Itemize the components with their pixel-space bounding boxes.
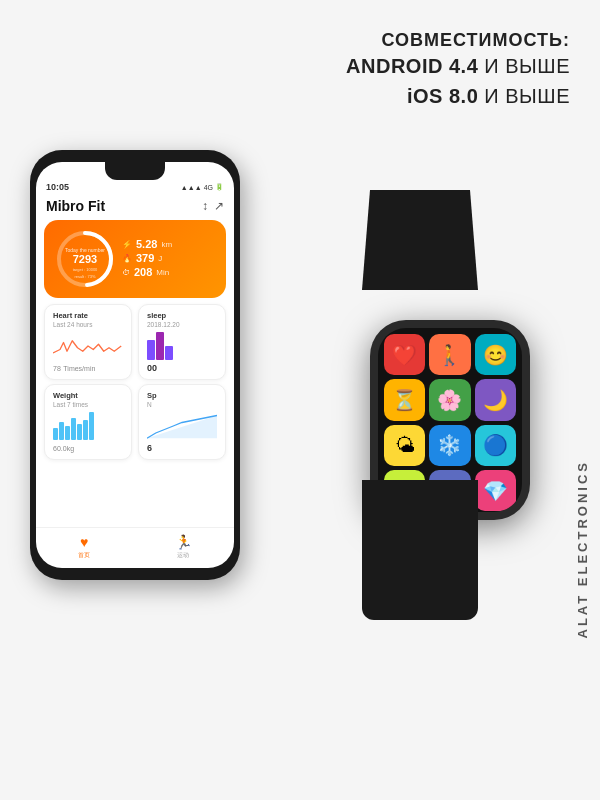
android-version: ANDROID 4.4 xyxy=(346,55,478,77)
weight-unit: kg xyxy=(67,445,74,452)
stats-right: ⚡ 5.28 km 🔥 379 J ⏱ 208 Min xyxy=(122,238,216,280)
watch-app-flower: 🌸 xyxy=(429,379,470,420)
compat-ios: iOS 8.0 И ВЫШЕ xyxy=(346,81,570,111)
calories-value: 379 xyxy=(136,252,154,264)
calories-icon: 🔥 xyxy=(122,254,132,263)
distance-row: ⚡ 5.28 km xyxy=(122,238,216,250)
minutes-unit: Min xyxy=(156,268,169,277)
ios-suffix: И ВЫШЕ xyxy=(484,85,570,107)
phone-mockup: 10:05 ▲▲▲ 4G 🔋 Mibro Fit ↕ ↗ xyxy=(30,150,240,580)
app-header: Mibro Fit ↕ ↗ xyxy=(36,196,234,220)
watch-app-sun: 🌤 xyxy=(384,425,425,466)
brand-label: ALAT ELECTRONICS xyxy=(575,460,590,638)
watch-app-gem: 💎 xyxy=(475,470,516,511)
weight-value: 60.0kg xyxy=(53,443,123,453)
heart-rate-value: 78 Times/min xyxy=(53,363,123,373)
nav-home[interactable]: ♥ 首页 xyxy=(78,534,90,560)
android-suffix: И ВЫШЕ xyxy=(484,55,570,77)
stats-card: Today the number 7293 target : 10000 res… xyxy=(44,220,226,298)
network-type: 4G xyxy=(204,184,213,191)
watch-app-heart: ❤️ xyxy=(384,334,425,375)
speed-sublabel: N xyxy=(147,401,217,408)
metrics-row-2: Weight Last 7 times 60.0kg xyxy=(44,384,226,460)
ios-version: iOS 8.0 xyxy=(407,85,478,107)
heart-rate-svg xyxy=(53,332,123,360)
minutes-row: ⏱ 208 Min xyxy=(122,266,216,278)
distance-unit: km xyxy=(161,240,172,249)
weight-chart xyxy=(53,412,123,440)
nav-activity-icon: 🏃 xyxy=(175,534,192,550)
steps-circle-svg: Today the number 7293 target : 10000 res… xyxy=(54,228,116,290)
watch-app-circle: 🔵 xyxy=(475,425,516,466)
compat-android: ANDROID 4.4 И ВЫШЕ xyxy=(346,51,570,81)
svg-text:target : 10000: target : 10000 xyxy=(73,267,98,272)
battery-icon: 🔋 xyxy=(215,183,224,191)
heart-rate-unit: Times/min xyxy=(63,365,95,372)
minutes-icon: ⏱ xyxy=(122,268,130,277)
compatibility-section: СОВМЕСТИМОСТЬ: ANDROID 4.4 И ВЫШЕ iOS 8.… xyxy=(346,30,570,111)
metrics-row-1: Heart rate Last 24 hours 78 Times/min xyxy=(44,304,226,380)
watch-app-snowflake: ❄️ xyxy=(429,425,470,466)
nav-activity[interactable]: 🏃 运动 xyxy=(175,534,192,560)
watch-app-run: 🚶 xyxy=(429,334,470,375)
heart-rate-sublabel: Last 24 hours xyxy=(53,321,123,328)
nav-activity-label: 运动 xyxy=(177,551,189,560)
sleep-sublabel: 2018.12.20 xyxy=(147,321,217,328)
watch-app-smile: 😊 xyxy=(475,334,516,375)
speed-chart xyxy=(147,412,217,440)
watch-strap-bottom xyxy=(362,480,478,620)
status-icons: ▲▲▲ 4G 🔋 xyxy=(181,183,224,191)
distance-icon: ⚡ xyxy=(122,240,132,249)
compat-title: СОВМЕСТИМОСТЬ: xyxy=(346,30,570,51)
distance-value: 5.28 xyxy=(136,238,157,250)
calories-row: 🔥 379 J xyxy=(122,252,216,264)
sleep-chart xyxy=(147,332,217,360)
heart-rate-chart xyxy=(53,332,123,360)
app-title: Mibro Fit xyxy=(46,198,105,214)
sleep-card: sleep 2018.12.20 00 xyxy=(138,304,226,380)
nav-home-label: 首页 xyxy=(78,551,90,560)
speed-label: Sp xyxy=(147,391,217,400)
weight-sublabel: Last 7 times xyxy=(53,401,123,408)
sleep-value: 00 xyxy=(147,363,217,373)
speed-card: Sp N 6 xyxy=(138,384,226,460)
sort-icon: ↕ xyxy=(202,199,208,213)
watch-app-hourglass: ⏳ xyxy=(384,379,425,420)
watch-app-moon: 🌙 xyxy=(475,379,516,420)
phone-screen: 10:05 ▲▲▲ 4G 🔋 Mibro Fit ↕ ↗ xyxy=(36,162,234,568)
weight-label: Weight xyxy=(53,391,123,400)
svg-marker-6 xyxy=(147,416,217,439)
minutes-value: 208 xyxy=(134,266,152,278)
nav-home-icon: ♥ xyxy=(80,534,88,550)
heart-rate-card: Heart rate Last 24 hours 78 Times/min xyxy=(44,304,132,380)
signal-icon: ▲▲▲ xyxy=(181,184,202,191)
speed-value: 6 xyxy=(147,443,217,453)
svg-text:7293: 7293 xyxy=(73,253,97,265)
bottom-nav: ♥ 首页 🏃 运动 xyxy=(36,527,234,564)
phone-notch xyxy=(105,162,165,180)
calories-unit: J xyxy=(158,254,162,263)
svg-text:result : 73%: result : 73% xyxy=(74,274,96,279)
weight-card: Weight Last 7 times 60.0kg xyxy=(44,384,132,460)
heart-rate-label: Heart rate xyxy=(53,311,123,320)
page-container: СОВМЕСТИМОСТЬ: ANDROID 4.4 И ВЫШЕ iOS 8.… xyxy=(0,0,600,800)
share-icon: ↗ xyxy=(214,199,224,213)
watch-strap-top xyxy=(362,190,478,290)
watch-mockup: ❤️ 🚶 😊 ⏳ 🌸 🌙 🌤 ❄️ 🔵 🌀 ⚙️ 💎 xyxy=(340,280,560,620)
status-time: 10:05 xyxy=(46,182,69,192)
speed-svg xyxy=(147,412,217,440)
app-header-icons: ↕ ↗ xyxy=(202,199,224,213)
phone-outer: 10:05 ▲▲▲ 4G 🔋 Mibro Fit ↕ ↗ xyxy=(30,150,240,580)
sleep-label: sleep xyxy=(147,311,217,320)
